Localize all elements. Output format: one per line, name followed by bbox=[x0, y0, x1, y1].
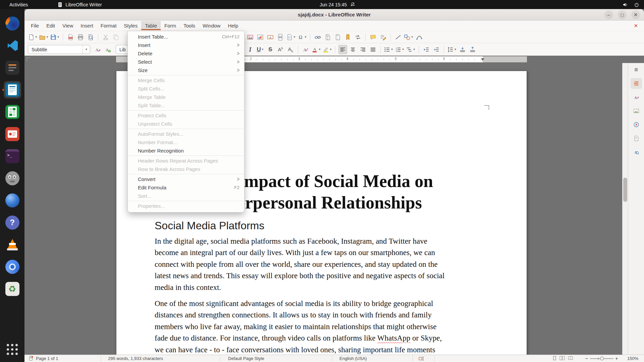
underline-icon[interactable]: U▼ bbox=[256, 45, 265, 54]
align-center-icon[interactable] bbox=[348, 45, 357, 54]
tab-stop-selector[interactable] bbox=[26, 57, 31, 61]
styles-icon[interactable]: A bbox=[631, 92, 642, 103]
basic-shapes-icon[interactable]: ▼ bbox=[404, 33, 414, 42]
para-space-decrease-icon[interactable] bbox=[468, 45, 477, 54]
multi-page-view-icon[interactable] bbox=[559, 356, 565, 361]
sidebar-settings-icon[interactable]: ≡ bbox=[631, 64, 642, 75]
para-space-increase-icon[interactable] bbox=[458, 45, 467, 54]
navigator-icon[interactable] bbox=[631, 119, 642, 130]
menu-item-select[interactable]: Select> bbox=[128, 58, 244, 66]
align-left-icon[interactable] bbox=[338, 45, 347, 54]
zoom-slider-knob[interactable] bbox=[600, 357, 604, 360]
menu-item-size[interactable]: Size> bbox=[128, 66, 244, 74]
insert-field-icon[interactable]: ▼ bbox=[286, 33, 296, 42]
align-justify-icon[interactable] bbox=[369, 45, 377, 54]
dock-help-icon[interactable]: ? bbox=[2, 212, 23, 234]
endnote-icon[interactable]: i bbox=[333, 33, 342, 42]
new-style-icon[interactable]: A bbox=[104, 45, 112, 54]
scrollbar-thumb[interactable] bbox=[623, 178, 627, 202]
menu-styles[interactable]: Styles bbox=[120, 21, 141, 30]
superscript-icon[interactable]: Ab bbox=[276, 45, 285, 54]
single-page-view-icon[interactable] bbox=[553, 356, 556, 361]
dock-libreoffice-impress-icon[interactable] bbox=[2, 123, 23, 145]
menu-window[interactable]: Window bbox=[199, 21, 224, 30]
save-icon[interactable]: ▼ bbox=[50, 33, 60, 42]
selection-mode-icon[interactable] bbox=[419, 355, 425, 362]
track-changes-icon[interactable] bbox=[379, 33, 387, 42]
hyperlink-icon[interactable] bbox=[313, 33, 322, 42]
comment-icon[interactable] bbox=[369, 33, 377, 42]
print-preview-icon[interactable] bbox=[86, 33, 95, 42]
menu-file[interactable]: File bbox=[27, 21, 43, 30]
menu-item-insert[interactable]: Insert> bbox=[128, 41, 244, 49]
page-style[interactable]: Default Page Style bbox=[228, 355, 264, 362]
clock-menu[interactable]: Jun 24 15:45 bbox=[320, 2, 356, 7]
document-paragraph[interactable]: In the digital age, social media platfor… bbox=[155, 236, 482, 293]
power-icon[interactable] bbox=[634, 2, 639, 7]
chevron-down-icon[interactable]: ▼ bbox=[83, 45, 90, 54]
dock-vscode-icon[interactable] bbox=[2, 35, 23, 57]
right-indent-marker[interactable] bbox=[481, 58, 484, 61]
dock-app-grid-icon[interactable] bbox=[0, 339, 24, 359]
menu-item-number-recognition[interactable]: Number Recognition bbox=[128, 146, 244, 155]
highlight-color-icon[interactable]: ▼ bbox=[322, 45, 332, 54]
paragraph-style-combo[interactable]: Subtitle ▼ bbox=[28, 45, 90, 54]
export-pdf-icon[interactable]: PDF bbox=[66, 33, 75, 42]
menu-item-convert[interactable]: Convert> bbox=[128, 175, 244, 183]
style-inspector-icon[interactable]: A bbox=[631, 147, 642, 158]
line-spacing-icon[interactable]: ▼ bbox=[447, 45, 457, 54]
vertical-scrollbar[interactable] bbox=[622, 63, 628, 355]
menu-item-insert-table[interactable]: Insert Table...Ctrl+F12 bbox=[128, 33, 244, 41]
menu-table[interactable]: Table bbox=[141, 21, 161, 30]
volume-icon[interactable] bbox=[623, 2, 628, 7]
window-titlebar[interactable]: sjajdj.docx - LibreOffice Writer – ▢ ✕ bbox=[24, 9, 644, 20]
menu-item-edit-formula[interactable]: Edit FormulaF2 bbox=[128, 183, 244, 192]
dock-firefox-icon[interactable] bbox=[2, 12, 23, 35]
close-button[interactable]: ✕ bbox=[631, 10, 640, 19]
cross-reference-icon[interactable] bbox=[354, 33, 362, 42]
font-color-icon[interactable]: A▼ bbox=[311, 45, 321, 54]
activities-button[interactable]: Activities bbox=[0, 0, 37, 9]
text-language[interactable]: English (USA) bbox=[339, 355, 367, 362]
bullet-list-icon[interactable]: ▼ bbox=[384, 45, 393, 54]
dock-gimp-icon[interactable] bbox=[2, 167, 23, 189]
clear-formatting-icon[interactable]: A bbox=[301, 45, 310, 54]
dock-libreoffice-writer-icon[interactable] bbox=[2, 79, 23, 101]
update-style-icon[interactable]: A bbox=[94, 45, 102, 54]
page-break-icon[interactable] bbox=[276, 33, 285, 42]
menu-tools[interactable]: Tools bbox=[180, 21, 199, 30]
dock-software-store-icon[interactable]: ♻ bbox=[2, 278, 23, 300]
strikethrough-icon[interactable]: S bbox=[266, 45, 275, 54]
footnote-icon[interactable]: 1 bbox=[323, 33, 332, 42]
dock-libreoffice-calc-icon[interactable] bbox=[2, 101, 23, 123]
menu-help[interactable]: Help bbox=[224, 21, 242, 30]
outline-list-icon[interactable]: ▼ bbox=[406, 45, 416, 54]
print-icon[interactable] bbox=[76, 33, 85, 42]
dock-chromium-icon[interactable] bbox=[2, 256, 23, 278]
book-view-icon[interactable] bbox=[568, 356, 573, 361]
word-count[interactable]: 295 words, 1,933 characters bbox=[108, 355, 163, 362]
minimize-button[interactable]: – bbox=[604, 10, 613, 19]
zoom-level[interactable]: 150% bbox=[627, 355, 638, 362]
italic-icon[interactable]: I bbox=[246, 45, 255, 54]
page-count[interactable]: Page 1 of 1 bbox=[36, 355, 58, 362]
dock-terminal-icon[interactable]: >_ bbox=[2, 145, 23, 167]
special-character-icon[interactable]: Ω▼ bbox=[297, 33, 307, 42]
save-status-icon[interactable] bbox=[29, 355, 34, 362]
indent-decrease-icon[interactable] bbox=[432, 45, 441, 54]
draw-functions-icon[interactable] bbox=[415, 33, 424, 42]
subscript-icon[interactable]: Ab bbox=[286, 45, 295, 54]
zoom-out-icon[interactable]: − bbox=[585, 356, 588, 361]
new-document-icon[interactable]: ▼ bbox=[28, 33, 38, 42]
menu-format[interactable]: Format bbox=[97, 21, 120, 30]
focused-app-menu[interactable]: LibreOffice Writer bbox=[57, 2, 102, 7]
insert-line-icon[interactable] bbox=[394, 33, 402, 42]
document-paragraph[interactable]: One of the most significant advantages o… bbox=[155, 298, 482, 355]
open-file-icon[interactable]: ▼ bbox=[39, 33, 49, 42]
page-deck-icon[interactable] bbox=[631, 133, 642, 144]
dock-text-editor-icon[interactable] bbox=[2, 57, 23, 79]
bookmark-icon[interactable] bbox=[343, 33, 352, 42]
close-document-icon[interactable]: ✕ bbox=[634, 23, 638, 29]
menu-edit[interactable]: Edit bbox=[43, 21, 59, 30]
insert-textbox-icon[interactable]: A bbox=[266, 33, 275, 42]
